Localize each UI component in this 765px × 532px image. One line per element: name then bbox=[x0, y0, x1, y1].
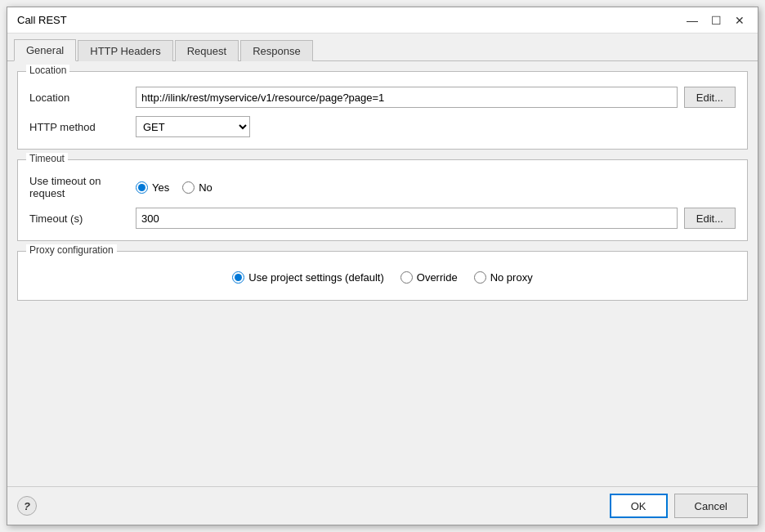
no-proxy-label: No proxy bbox=[490, 271, 533, 284]
location-section: Location Location Edit... HTTP method GE… bbox=[17, 71, 748, 150]
http-method-label: HTTP method bbox=[29, 121, 136, 133]
proxy-radio-row: Use project settings (default) Override … bbox=[29, 266, 736, 288]
timeout-radio-group: Yes No bbox=[136, 181, 212, 194]
timeout-value-row: Timeout (s) Edit... bbox=[29, 208, 736, 229]
location-row: Location Edit... bbox=[29, 87, 736, 108]
http-method-row: HTTP method GET POST PUT DELETE PATCH HE… bbox=[29, 116, 736, 137]
override-proxy-option[interactable]: Override bbox=[400, 271, 458, 284]
no-proxy-radio[interactable] bbox=[474, 271, 486, 284]
no-radio[interactable] bbox=[182, 181, 195, 194]
help-button[interactable]: ? bbox=[17, 496, 37, 516]
location-label: Location bbox=[29, 92, 136, 104]
tab-request[interactable]: Request bbox=[175, 40, 239, 61]
use-project-settings-radio[interactable] bbox=[232, 271, 244, 284]
location-edit-button[interactable]: Edit... bbox=[684, 87, 736, 108]
yes-radio[interactable] bbox=[136, 181, 148, 194]
no-radio-option[interactable]: No bbox=[182, 181, 212, 194]
dialog-footer: ? OK Cancel bbox=[7, 486, 758, 525]
minimize-button[interactable]: — bbox=[683, 15, 701, 26]
dialog: Call REST — ☐ ✕ General HTTP Headers Req… bbox=[7, 7, 758, 525]
override-radio[interactable] bbox=[400, 271, 413, 284]
timeout-legend: Timeout bbox=[26, 153, 68, 164]
tab-general[interactable]: General bbox=[14, 39, 76, 61]
timeout-edit-button[interactable]: Edit... bbox=[684, 208, 736, 229]
proxy-legend: Proxy configuration bbox=[26, 244, 117, 256]
tab-http-headers[interactable]: HTTP Headers bbox=[78, 40, 172, 61]
use-project-settings-label: Use project settings (default) bbox=[248, 271, 383, 284]
tab-content-general: Location Location Edit... HTTP method GE… bbox=[7, 61, 758, 486]
title-bar: Call REST — ☐ ✕ bbox=[7, 7, 758, 34]
yes-radio-option[interactable]: Yes bbox=[136, 181, 169, 194]
location-legend: Location bbox=[26, 65, 69, 76]
dialog-title: Call REST bbox=[17, 14, 67, 26]
use-project-settings-option[interactable]: Use project settings (default) bbox=[232, 271, 383, 284]
timeout-label: Timeout (s) bbox=[29, 212, 136, 225]
proxy-section: Proxy configuration Use project settings… bbox=[17, 251, 748, 301]
tabs-bar: General HTTP Headers Request Response bbox=[7, 34, 758, 61]
maximize-button[interactable]: ☐ bbox=[708, 15, 725, 26]
close-button[interactable]: ✕ bbox=[731, 15, 748, 26]
title-bar-controls: — ☐ ✕ bbox=[683, 15, 748, 26]
override-label: Override bbox=[417, 271, 458, 284]
use-timeout-row: Use timeout on request Yes No bbox=[29, 175, 736, 199]
tab-response[interactable]: Response bbox=[240, 40, 313, 61]
footer-actions: OK Cancel bbox=[610, 494, 748, 518]
no-proxy-option[interactable]: No proxy bbox=[474, 271, 533, 284]
no-label: No bbox=[199, 181, 212, 194]
http-method-select[interactable]: GET POST PUT DELETE PATCH HEAD OPTIONS bbox=[136, 116, 250, 137]
ok-button[interactable]: OK bbox=[610, 494, 668, 518]
yes-label: Yes bbox=[152, 181, 169, 194]
location-input[interactable] bbox=[136, 87, 678, 108]
use-timeout-label: Use timeout on request bbox=[29, 175, 136, 199]
timeout-input[interactable] bbox=[136, 208, 678, 229]
cancel-button[interactable]: Cancel bbox=[674, 494, 748, 518]
timeout-section: Timeout Use timeout on request Yes No Ti… bbox=[17, 159, 748, 241]
